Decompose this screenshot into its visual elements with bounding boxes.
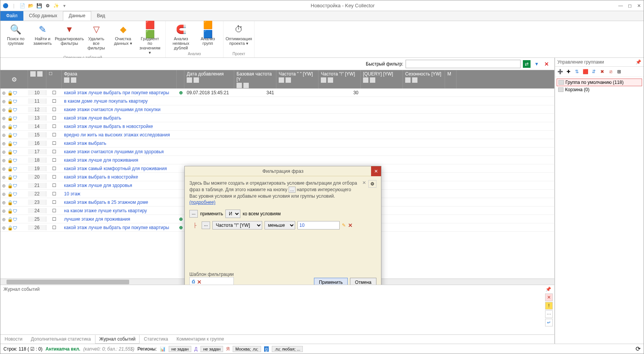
minimize-button[interactable]: — — [618, 3, 624, 9]
expand-icon[interactable]: ⊕ — [2, 99, 7, 103]
qf-clear-icon[interactable]: ✕ — [543, 60, 550, 68]
table-row[interactable]: ⊕🔒🛡16☐какой этаж выбрать — [0, 139, 554, 148]
col-op-icon[interactable] — [370, 77, 375, 83]
cell-phrase[interactable]: какой этаж выбрать — [62, 141, 177, 146]
cell-phrase[interactable]: какой этаж лучше выбрать в новостройке — [62, 124, 177, 129]
table-row[interactable]: ⊕🔒🛡12☐какие этажи считаются лучшими для … — [0, 105, 554, 114]
maximize-button[interactable]: ◻ — [627, 3, 633, 9]
refresh-icon[interactable]: ⟳ — [636, 345, 641, 352]
dialog-cancel-button[interactable]: Отмена — [350, 278, 376, 285]
dialog-close-button[interactable]: ✕ — [371, 166, 381, 176]
group-add-child-icon[interactable]: ✚ — [565, 68, 572, 75]
col-op-icon[interactable] — [64, 77, 69, 83]
qat-save-icon[interactable]: 💾 — [36, 2, 43, 9]
expand-icon[interactable]: ⊕ — [2, 158, 7, 162]
dialog-apply-button[interactable]: Применить — [314, 278, 348, 285]
expand-icon[interactable]: ⊕ — [2, 175, 7, 179]
expand-icon[interactable]: ⊕ — [2, 133, 7, 137]
row-checkbox[interactable]: ☐ — [46, 90, 62, 95]
col-date[interactable]: Дата добавления — [184, 70, 234, 88]
row-checkbox[interactable]: ☐ — [46, 174, 62, 180]
col-op-icon[interactable] — [286, 77, 291, 83]
field-select[interactable]: Частота "!" [YW] — [212, 221, 262, 229]
qat-new-icon[interactable]: 📄 — [19, 2, 26, 9]
btab-log[interactable]: Журнал событий — [95, 335, 140, 344]
add-icon[interactable]: ⊕ — [177, 216, 184, 222]
journal-error-icon[interactable]: ✕ — [545, 293, 553, 301]
group-stat-icon[interactable]: ⇵ — [590, 68, 597, 75]
table-row[interactable]: ⊕🔒🛡17☐какие этажи считаются лучшими для … — [0, 148, 554, 156]
group-import-icon[interactable]: ⎚ — [607, 68, 614, 75]
qat-dropdown-icon[interactable]: ▾ — [61, 2, 68, 9]
col-base[interactable]: Базовая частота [Y — [234, 70, 276, 88]
value-input[interactable] — [297, 221, 340, 229]
tab-data[interactable]: Данные — [63, 11, 91, 21]
delete-filters-button[interactable]: ▽Удалить все фильтры — [84, 23, 108, 56]
row-checkbox[interactable]: ☐ — [46, 115, 62, 121]
tab-file[interactable]: Файл — [0, 11, 23, 21]
dialog-more-link[interactable]: (подробнее) — [189, 200, 215, 205]
expand-icon[interactable]: ⊕ — [2, 166, 7, 171]
row-checkbox[interactable]: ☐ — [46, 107, 62, 112]
region-2[interactable]: не задан — [200, 346, 223, 352]
col-m[interactable]: M — [445, 70, 457, 88]
group-sort-icon[interactable]: ⇅ — [573, 68, 580, 75]
expand-icon[interactable]: ⊕ — [2, 208, 7, 213]
expand-icon[interactable]: ⊕ — [2, 90, 7, 95]
col-excl[interactable]: Частота "!" [YW] — [319, 70, 361, 88]
tab-collect[interactable]: Сбор данных — [23, 11, 63, 21]
gradient-button[interactable]: 🟥🟩Градиент по значениям ▾ — [138, 23, 162, 56]
group-del-icon[interactable]: ✖ — [599, 68, 606, 75]
row-checkbox[interactable]: ☐ — [46, 98, 62, 104]
col-op-icon[interactable] — [37, 71, 43, 77]
row-checkbox[interactable]: ☐ — [46, 216, 62, 222]
cell-phrase[interactable]: какой этаж лучше для проживания — [62, 157, 177, 163]
op-select[interactable]: меньше — [264, 221, 295, 229]
col-op-icon[interactable] — [328, 77, 333, 83]
template-save-icon[interactable]: ⎙ — [192, 279, 195, 285]
col-season[interactable]: Сезонность [YW] — [403, 70, 445, 88]
close-button[interactable]: ✕ — [636, 3, 642, 9]
add-icon[interactable]: ⊕ — [177, 90, 184, 95]
col-op-icon[interactable] — [194, 77, 199, 83]
dialog-x-icon[interactable]: ✕ — [362, 180, 366, 185]
table-row[interactable]: ⊕🔒🛡10☐какой этаж лучше выбрать при покуп… — [0, 88, 554, 97]
row-checkbox[interactable]: ☐ — [46, 200, 62, 205]
cell-phrase[interactable]: какой этаж выбрать в 25 этажном доме — [62, 200, 177, 205]
expand-icon[interactable]: ⊕ — [2, 124, 7, 129]
col-phrase[interactable]: Фраза — [62, 70, 177, 88]
expand-icon[interactable]: ⊕ — [2, 183, 7, 188]
col-op-icon[interactable] — [30, 71, 36, 77]
root-dots-button[interactable]: ... — [189, 210, 198, 218]
template-delete-icon[interactable]: ✕ — [197, 279, 202, 285]
cell-phrase[interactable]: на каком этаже лучше купить квартиру — [62, 208, 177, 213]
find-replace-button[interactable]: ✎Найти и заменить — [30, 23, 55, 56]
expand-icon[interactable]: ⊕ — [2, 107, 7, 112]
qat-gear-icon[interactable]: ⚙ — [44, 2, 51, 9]
dupes-button[interactable]: 🧲Анализ неявных дублей — [169, 23, 193, 51]
col-op-icon[interactable] — [243, 83, 249, 88]
qat-open-icon[interactable]: 📂 — [27, 2, 34, 9]
cell-phrase[interactable]: какой этаж самый комфортный для проживан… — [62, 166, 177, 171]
tab-view[interactable]: Вид — [91, 11, 111, 21]
row-checkbox[interactable]: ☐ — [46, 149, 62, 154]
scroll-thumb[interactable] — [7, 280, 129, 284]
col-op-icon[interactable] — [321, 77, 326, 83]
expand-icon[interactable]: ⊕ — [2, 116, 7, 120]
col-op-icon[interactable] — [405, 77, 411, 83]
journal-pin-icon[interactable]: 📌 — [545, 287, 551, 292]
table-row[interactable]: ⊕🔒🛡13☐какой этаж лучше выбрать — [0, 114, 554, 122]
row-checkbox[interactable]: ☐ — [46, 166, 62, 171]
group-add-icon[interactable]: ➕ — [557, 68, 564, 75]
cell-phrase[interactable]: какой этаж лучше выбрать при покупке ква… — [62, 90, 177, 95]
cell-phrase[interactable]: какие этажи считаются лучшими для покупк… — [62, 107, 177, 112]
expand-icon[interactable]: ⊕ — [2, 141, 7, 146]
expand-icon[interactable]: ⊕ — [2, 192, 7, 196]
col-op-icon[interactable] — [187, 77, 192, 83]
cell-phrase[interactable]: какой этаж лучше выбрать — [62, 115, 177, 121]
group-color-icon[interactable]: 🟥 — [582, 68, 589, 75]
btab-extra[interactable]: Дополнительная статистика — [26, 335, 95, 344]
table-row[interactable]: ⊕🔒🛡18☐какой этаж лучше для проживания — [0, 156, 554, 164]
region-3[interactable]: Москва; .ru; — [233, 346, 261, 352]
journal-scroll-icon[interactable]: ↵ — [545, 319, 553, 326]
